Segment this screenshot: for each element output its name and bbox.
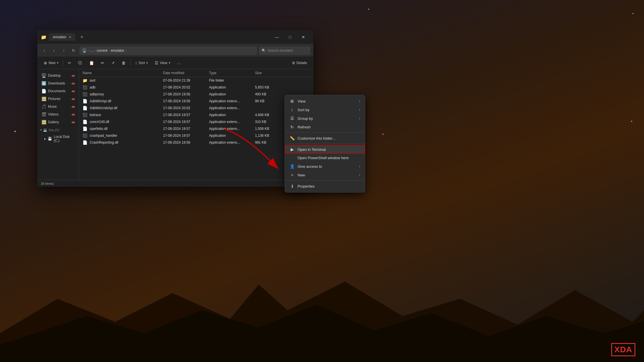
paste-button[interactable]: 📋 — [86, 59, 97, 67]
sort-icon: ↕ — [135, 61, 137, 65]
table-row[interactable]: 📄 AdbWinApi.dll 17-08-2024 19:56 Applica… — [79, 98, 313, 105]
maximize-button[interactable]: □ — [283, 32, 297, 42]
file-name: adbproxy — [90, 92, 104, 96]
context-menu-item-open-powershell-window-here[interactable]: Open PowerShell window here — [285, 154, 365, 162]
cut-button[interactable]: ✂ — [65, 59, 74, 67]
sidebar-section-thispc[interactable]: ▾ 💻 This PC — [37, 127, 79, 133]
file-type-icon: 📄 — [83, 99, 87, 103]
context-menu-item-customize-this-folder[interactable]: ✏️ Customize this folder... — [285, 134, 365, 143]
rename-button[interactable]: ✏ — [98, 59, 107, 67]
copy-button[interactable]: ⿻ — [75, 59, 85, 67]
back-button[interactable]: ‹ — [40, 47, 48, 55]
sidebar-item-downloads[interactable]: ⬇️ Downloads 📌 — [39, 80, 78, 87]
toolbar-right: ⊞ Details — [289, 59, 310, 66]
context-menu-item-label: View — [298, 99, 306, 103]
context-menu-item-sort-by[interactable]: ↕ Sort by › — [285, 105, 365, 114]
pin-icon-videos: 📌 — [71, 112, 75, 117]
gallery-icon: 🖼️ — [41, 120, 46, 124]
file-name: CrashReporting.dll — [90, 140, 118, 145]
header-name[interactable]: Name — [83, 71, 163, 75]
header-date[interactable]: Date modified — [163, 71, 209, 75]
rename-icon: ✏ — [101, 61, 104, 65]
file-name-cell: 📄 AdbWinUsbApi.dll — [83, 106, 163, 110]
tab-label: emulator — [53, 35, 66, 39]
context-menu-item-new[interactable]: + New › — [285, 171, 365, 179]
file-type: Application extens... — [209, 140, 255, 145]
sort-button[interactable]: ↕ Sort ▾ — [132, 59, 151, 67]
delete-button[interactable]: 🗑 — [119, 59, 129, 67]
share-button[interactable]: ↗ — [108, 59, 118, 67]
sidebar-item-localdisk[interactable]: ▸ 💾 Local Disk (C:) — [39, 133, 78, 144]
table-row[interactable]: 📄 AdbWinUsbApi.dll 17-08-2024 20:02 Appl… — [79, 105, 313, 111]
context-menu-item-group-by[interactable]: ☰ Group by › — [285, 114, 365, 123]
new-button[interactable]: ⊕ New ▾ — [41, 59, 61, 67]
search-box[interactable]: 🔍 Search emulator — [259, 46, 310, 55]
file-date: 17-08-2024 20:02 — [163, 85, 209, 89]
music-icon: 🎵 — [41, 104, 46, 109]
sidebar-item-music[interactable]: 🎵 Music 📌 — [39, 103, 78, 110]
close-button[interactable]: ✕ — [297, 32, 310, 42]
file-type-icon: 📁 — [83, 78, 87, 83]
file-type-icon: 📄 — [83, 140, 87, 145]
up-button[interactable]: ↑ — [60, 47, 68, 55]
file-size: 1,508 KB — [255, 127, 284, 131]
file-name: adb — [90, 85, 95, 89]
more-button[interactable]: … — [174, 59, 183, 66]
refresh-button[interactable]: ↻ — [70, 47, 78, 55]
sidebar-item-documents[interactable]: 📄 Documents 📌 — [39, 87, 78, 95]
context-separator — [285, 144, 365, 144]
table-row[interactable]: 📁 avd 07-09-2024 21:39 File folder — [79, 77, 313, 84]
context-menu-item-label: Give access to — [298, 164, 322, 169]
table-row[interactable]: 📄 CrashReporting.dll 17-08-2024 19:56 Ap… — [79, 139, 313, 146]
details-button[interactable]: ⊞ Details — [289, 59, 310, 66]
context-separator — [285, 132, 365, 133]
file-name: AdbWinUsbApi.dll — [90, 106, 117, 110]
table-row[interactable]: ⬛ adb 17-08-2024 20:02 Application 5,853… — [79, 84, 313, 91]
context-menu-item-view[interactable]: ⊞ View › — [285, 97, 365, 105]
submenu-arrow: › — [359, 116, 360, 120]
view-button[interactable]: ☰ View ▾ — [152, 59, 173, 67]
header-type[interactable]: Type — [209, 71, 255, 75]
minimize-button[interactable]: — — [270, 32, 283, 42]
tab-close-icon[interactable]: ✕ — [69, 35, 71, 39]
share-icon: ↗ — [111, 61, 115, 65]
context-menu-item-open-in-terminal[interactable]: ▶ Open in Terminal — [285, 145, 365, 154]
table-row[interactable]: 📄 concrt140.dll 17-08-2024 19:57 Applica… — [79, 118, 313, 125]
submenu-arrow: › — [359, 164, 360, 168]
title-tab[interactable]: emulator ✕ — [49, 33, 75, 41]
context-menu-item-label: Customize this folder... — [298, 136, 336, 140]
file-type-icon: ⬛ — [83, 85, 87, 90]
new-tab-button[interactable]: + — [78, 33, 86, 41]
file-name: cperfetto.dll — [90, 127, 108, 131]
table-row[interactable]: ⬛ crashpad_handler 17-08-2024 19:57 Appl… — [79, 132, 313, 139]
context-menu-item-label: Group by — [298, 116, 313, 121]
address-path[interactable]: 🖥️ › … › current › emulator › — [79, 46, 257, 55]
sidebar-item-gallery-label: Gallery — [48, 120, 59, 124]
context-menu-item-properties[interactable]: ℹ Properties — [285, 182, 365, 190]
table-row[interactable]: ⬛ bstrace 17-08-2024 19:57 Application 4… — [79, 111, 313, 118]
table-row[interactable]: ⬛ adbproxy 17-08-2024 19:56 Application … — [79, 91, 313, 98]
new-label: New — [49, 61, 55, 65]
file-name: avd — [90, 78, 95, 82]
table-row[interactable]: 📄 cperfetto.dll 17-08-2024 19:57 Applica… — [79, 125, 313, 132]
file-type-icon: ⬛ — [83, 92, 87, 97]
context-menu-item-icon: + — [290, 173, 295, 177]
delete-icon: 🗑 — [122, 61, 126, 65]
file-date: 07-09-2024 21:39 — [163, 78, 209, 82]
forward-button[interactable]: › — [50, 47, 58, 55]
toolbar: ⊕ New ▾ ✂ ⿻ 📋 ✏ ↗ 🗑 ↕ Sort ▾ ☰ — [37, 57, 313, 69]
sidebar-item-gallery[interactable]: 🖼️ Gallery 📌 — [39, 118, 78, 126]
file-size: 5,853 KB — [255, 85, 284, 89]
file-type-icon: ⬛ — [83, 113, 87, 117]
path-emulator: emulator — [111, 49, 124, 53]
header-size[interactable]: Size — [255, 71, 284, 75]
sidebar-item-pictures[interactable]: 🖼️ Pictures 📌 — [39, 95, 78, 103]
context-menu-item-refresh[interactable]: ↻ Refresh — [285, 123, 365, 131]
sidebar-item-videos[interactable]: 🎬 Videos 📌 — [39, 111, 78, 118]
sidebar-item-desktop[interactable]: 🖥️ Desktop 📌 — [39, 72, 78, 79]
file-date: 17-08-2024 19:57 — [163, 134, 209, 138]
context-menu-item-give-access-to[interactable]: 👤 Give access to › — [285, 162, 365, 171]
details-label: Details — [296, 61, 307, 65]
paste-icon: 📋 — [89, 61, 94, 65]
file-name-cell: ⬛ bstrace — [83, 113, 163, 117]
